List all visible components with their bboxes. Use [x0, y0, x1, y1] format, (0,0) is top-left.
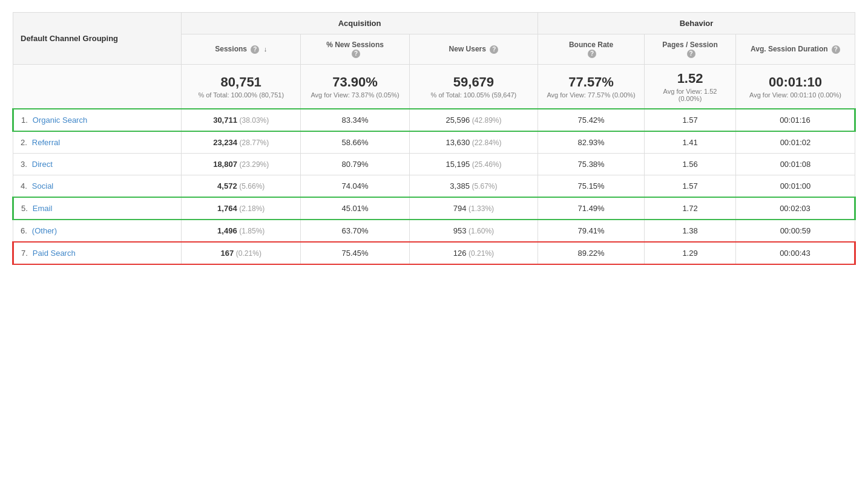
pages-cell: 1.56	[645, 154, 736, 175]
summary-new-users-cell: 59,679 % of Total: 100.05% (59,647)	[409, 65, 538, 109]
new-users-help-icon[interactable]: ?	[490, 45, 498, 54]
new-sessions-cell: 63.70%	[301, 220, 410, 242]
pages-cell: 1.57	[645, 175, 736, 198]
channel-link[interactable]: Paid Search	[33, 249, 76, 258]
table-row: 7.Paid Search167 (0.21%)75.45%126 (0.21%…	[13, 242, 855, 264]
table-row: 5.Email1,764 (2.18%)45.01%794 (1.33%)71.…	[13, 197, 855, 220]
bounce-rate-cell: 75.42%	[538, 109, 645, 131]
avg-duration-help-icon[interactable]: ?	[832, 45, 840, 54]
channel-link[interactable]: Referral	[32, 138, 60, 147]
channel-cell: 2.Referral	[13, 131, 182, 154]
sessions-cell: 1,764 (2.18%)	[182, 197, 301, 220]
summary-bounce-rate-cell: 77.57% Avg for View: 77.57% (0.00%)	[538, 65, 645, 109]
pages-help-icon[interactable]: ?	[687, 50, 695, 58]
bounce-rate-help-icon[interactable]: ?	[588, 50, 596, 58]
sessions-help-icon[interactable]: ?	[251, 45, 259, 54]
new-sessions-cell: 45.01%	[301, 197, 410, 220]
channel-cell: 4.Social	[13, 175, 182, 198]
table-row: 1.Organic Search30,711 (38.03%)83.34%25,…	[13, 109, 855, 131]
summary-new-sessions-cell: 73.90% Avg for View: 73.87% (0.05%)	[301, 65, 410, 109]
pages-cell: 1.29	[645, 242, 736, 264]
channel-grouping-header: Default Channel Grouping	[13, 13, 182, 65]
new-users-col-header[interactable]: New Users ?	[409, 34, 538, 65]
new-users-cell: 3,385 (5.67%)	[409, 175, 538, 198]
avg-duration-cell: 00:01:02	[735, 131, 855, 154]
sessions-cell: 18,807 (23.29%)	[182, 154, 301, 175]
avg-duration-cell: 00:00:43	[735, 242, 855, 264]
pages-cell: 1.57	[645, 109, 736, 131]
channel-link[interactable]: Social	[32, 181, 53, 191]
new-sessions-col-header[interactable]: % New Sessions ?	[301, 34, 410, 65]
table-row: 2.Referral23,234 (28.77%)58.66%13,630 (2…	[13, 131, 855, 154]
table-row: 6.(Other)1,496 (1.85%)63.70%953 (1.60%)7…	[13, 220, 855, 242]
new-users-cell: 25,596 (42.89%)	[409, 109, 538, 131]
avg-duration-col-header[interactable]: Avg. Session Duration ?	[735, 34, 855, 65]
channel-link[interactable]: Direct	[32, 160, 53, 169]
sessions-cell: 4,572 (5.66%)	[182, 175, 301, 198]
sessions-cell: 167 (0.21%)	[182, 242, 301, 264]
table-row: 4.Social4,572 (5.66%)74.04%3,385 (5.67%)…	[13, 175, 855, 198]
channel-link[interactable]: (Other)	[32, 226, 57, 235]
channel-link[interactable]: Email	[33, 204, 53, 213]
sessions-sort-icon[interactable]: ↓	[264, 45, 268, 53]
pages-session-col-header[interactable]: Pages / Session ?	[645, 34, 736, 65]
sessions-col-header[interactable]: Sessions ? ↓	[182, 34, 301, 65]
new-sessions-cell: 83.34%	[301, 109, 410, 131]
avg-duration-cell: 00:00:59	[735, 220, 855, 242]
bounce-rate-cell: 79.41%	[538, 220, 645, 242]
new-users-cell: 15,195 (25.46%)	[409, 154, 538, 175]
bounce-rate-col-header[interactable]: Bounce Rate ?	[538, 34, 645, 65]
bounce-rate-cell: 75.38%	[538, 154, 645, 175]
new-users-cell: 953 (1.60%)	[409, 220, 538, 242]
sessions-cell: 23,234 (28.77%)	[182, 131, 301, 154]
channel-cell: 1.Organic Search	[13, 109, 182, 131]
summary-row: 80,751 % of Total: 100.00% (80,751) 73.9…	[13, 65, 855, 109]
summary-avg-duration-cell: 00:01:10 Avg for View: 00:01:10 (0.00%)	[735, 65, 855, 109]
bounce-rate-cell: 89.22%	[538, 242, 645, 264]
summary-channel-cell	[13, 65, 182, 109]
channel-link[interactable]: Organic Search	[33, 116, 87, 125]
summary-pages-cell: 1.52 Avg for View: 1.52 (0.00%)	[645, 65, 736, 109]
new-sessions-cell: 75.45%	[301, 242, 410, 264]
channel-cell: 3.Direct	[13, 154, 182, 175]
bounce-rate-cell: 71.49%	[538, 197, 645, 220]
pages-cell: 1.72	[645, 197, 736, 220]
new-users-cell: 794 (1.33%)	[409, 197, 538, 220]
avg-duration-cell: 00:01:08	[735, 154, 855, 175]
new-sessions-cell: 74.04%	[301, 175, 410, 198]
pages-cell: 1.38	[645, 220, 736, 242]
new-users-cell: 13,630 (22.84%)	[409, 131, 538, 154]
channel-cell: 7.Paid Search	[13, 242, 182, 264]
new-sessions-cell: 58.66%	[301, 131, 410, 154]
sessions-cell: 30,711 (38.03%)	[182, 109, 301, 131]
new-users-cell: 126 (0.21%)	[409, 242, 538, 264]
summary-sessions-cell: 80,751 % of Total: 100.00% (80,751)	[182, 65, 301, 109]
table-row: 3.Direct18,807 (23.29%)80.79%15,195 (25.…	[13, 154, 855, 175]
bounce-rate-cell: 82.93%	[538, 131, 645, 154]
avg-duration-cell: 00:01:16	[735, 109, 855, 131]
pages-cell: 1.41	[645, 131, 736, 154]
bounce-rate-cell: 75.15%	[538, 175, 645, 198]
sessions-cell: 1,496 (1.85%)	[182, 220, 301, 242]
avg-duration-cell: 00:02:03	[735, 197, 855, 220]
new-sessions-help-icon[interactable]: ?	[352, 50, 360, 58]
behavior-group-header: Behavior	[538, 13, 855, 34]
channel-cell: 6.(Other)	[13, 220, 182, 242]
channel-cell: 5.Email	[13, 197, 182, 220]
new-sessions-cell: 80.79%	[301, 154, 410, 175]
avg-duration-cell: 00:01:00	[735, 175, 855, 198]
acquisition-group-header: Acquisition	[182, 13, 538, 34]
